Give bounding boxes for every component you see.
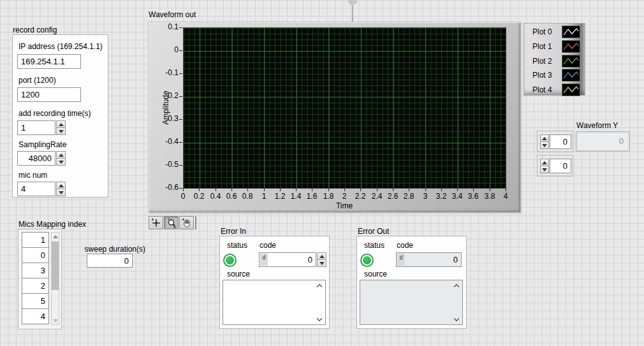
status-led-core bbox=[226, 256, 234, 264]
array-element[interactable]: 5 bbox=[22, 293, 49, 309]
increment-button[interactable] bbox=[540, 159, 549, 166]
up-arrow-icon bbox=[59, 123, 64, 126]
sampling-rate-field[interactable]: 48000 bbox=[17, 151, 55, 166]
spinner bbox=[540, 134, 549, 149]
sampling-rate-spinner bbox=[56, 151, 66, 166]
scroll-up-chevron[interactable] bbox=[316, 282, 323, 289]
x-tick-label: 3.8 bbox=[485, 192, 495, 201]
legend-item-plot-2[interactable]: Plot 2 bbox=[524, 55, 585, 68]
code-spinner bbox=[317, 252, 326, 267]
x-tick-label: 1 bbox=[262, 192, 267, 201]
legend-item-plot-4[interactable]: Plot 4 bbox=[524, 83, 585, 97]
x-tick-label: 1.8 bbox=[323, 192, 334, 201]
array-scrollbar bbox=[51, 232, 59, 325]
zoom-tool-button[interactable] bbox=[164, 216, 179, 229]
port-label: port (1200) bbox=[18, 76, 56, 85]
legend-item-plot-0[interactable]: Plot 0 bbox=[524, 25, 585, 39]
scrollbar-thumb[interactable] bbox=[52, 241, 59, 290]
down-arrow-icon bbox=[59, 161, 64, 164]
array-element[interactable]: 4 bbox=[22, 308, 49, 324]
decrement-button[interactable] bbox=[317, 260, 326, 267]
status-led bbox=[360, 254, 374, 267]
plot-legend: Plot 0 Plot 1 Plot 2 Plot 3 Plot 4 bbox=[523, 23, 585, 96]
waveform-plot-area[interactable] bbox=[183, 27, 506, 189]
plot-line-swatch[interactable] bbox=[562, 83, 580, 96]
ip-address-field[interactable]: 169.254.1.1 bbox=[17, 54, 81, 69]
x-tick-label: 3 bbox=[423, 192, 428, 201]
mic-num-label: mic num bbox=[18, 171, 47, 180]
up-arrow-icon bbox=[59, 184, 64, 187]
x-tick-label: 4 bbox=[504, 192, 508, 201]
sampling-rate-label: SamplingRate bbox=[18, 140, 66, 149]
x-tick-label: 2.2 bbox=[355, 192, 366, 201]
x-tick-label: 0.6 bbox=[226, 192, 237, 201]
x-tick-label: 1.2 bbox=[275, 192, 286, 201]
status-led-core bbox=[363, 256, 371, 264]
up-arrow-icon bbox=[53, 235, 58, 238]
scroll-down-chevron[interactable] bbox=[316, 316, 323, 322]
x-axis-title: Time bbox=[281, 201, 408, 210]
increment-button[interactable] bbox=[56, 120, 66, 128]
pane-splitter-handle[interactable] bbox=[348, 0, 357, 6]
x-tick-label: 0 bbox=[181, 192, 186, 201]
plot-line-swatch[interactable] bbox=[562, 69, 580, 82]
scroll-down-chevron[interactable] bbox=[453, 316, 460, 322]
array-element[interactable]: 0 bbox=[22, 247, 49, 263]
legend-label: Plot 3 bbox=[532, 71, 552, 80]
array-element[interactable]: 1 bbox=[22, 232, 49, 248]
radix-indicator: d bbox=[260, 254, 268, 266]
scroll-up-button[interactable] bbox=[52, 233, 59, 240]
code-label: code bbox=[260, 241, 276, 250]
status-led[interactable] bbox=[223, 254, 237, 267]
decrement-button[interactable] bbox=[56, 128, 66, 135]
x-axis-ticks bbox=[183, 189, 506, 191]
ip-address-label: IP address (169.254.1.1) bbox=[18, 42, 103, 51]
port-field[interactable]: 1200 bbox=[17, 87, 81, 102]
plot-line-swatch[interactable] bbox=[562, 55, 580, 68]
array-element[interactable]: 2 bbox=[22, 278, 49, 294]
scroll-down-button[interactable] bbox=[52, 317, 59, 324]
scroll-up-chevron[interactable] bbox=[453, 282, 460, 289]
cursor-crosshair-tool-button[interactable] bbox=[149, 216, 163, 229]
waveform-y-spinner-control-2: 0 bbox=[537, 155, 573, 177]
waveform-y-index-field[interactable]: 0 bbox=[550, 159, 571, 173]
x-tick-label: 2.8 bbox=[404, 192, 414, 201]
increment-button[interactable] bbox=[540, 134, 549, 142]
status-label: status bbox=[364, 241, 384, 250]
source-indicator bbox=[360, 280, 463, 325]
code-field[interactable]: d 0 bbox=[259, 252, 316, 267]
plot-line-swatch[interactable] bbox=[562, 25, 580, 38]
mics-mapping-array: 1 0 3 2 5 4 bbox=[18, 229, 62, 329]
sweep-duration-label: sweep duration(s) bbox=[83, 245, 145, 254]
legend-item-plot-3[interactable]: Plot 3 bbox=[524, 69, 585, 82]
cursor-crosshair-icon bbox=[151, 218, 161, 228]
y-tick-label: 0.1 bbox=[148, 22, 179, 31]
increment-button[interactable] bbox=[317, 252, 326, 260]
legend-label: Plot 1 bbox=[532, 42, 552, 51]
decrement-button[interactable] bbox=[56, 159, 66, 166]
legend-item-plot-1[interactable]: Plot 1 bbox=[524, 40, 585, 54]
sweep-duration-field[interactable]: 0 bbox=[87, 254, 133, 268]
mic-num-field[interactable]: 4 bbox=[17, 182, 55, 196]
decrement-button[interactable] bbox=[540, 166, 549, 173]
x-tick-label: 2.6 bbox=[388, 192, 399, 201]
mics-mapping-label: Mics Mapping index bbox=[18, 220, 86, 229]
x-tick-label: 1.4 bbox=[291, 192, 302, 201]
pan-hand-tool-button[interactable] bbox=[179, 216, 194, 229]
mic-num-spinner bbox=[56, 182, 66, 196]
y-axis-title: Amplitude bbox=[161, 63, 170, 152]
increment-button[interactable] bbox=[56, 182, 66, 189]
code-label: code bbox=[397, 241, 413, 250]
decrement-button[interactable] bbox=[540, 142, 549, 149]
source-textarea[interactable] bbox=[223, 280, 326, 325]
decrement-button[interactable] bbox=[56, 189, 66, 196]
array-element[interactable]: 3 bbox=[22, 263, 49, 278]
plot-line-swatch[interactable] bbox=[562, 40, 580, 53]
waveform-y-index-field[interactable]: 0 bbox=[550, 134, 571, 149]
toolbar-divider bbox=[195, 216, 196, 229]
increment-button[interactable] bbox=[56, 151, 66, 159]
status-label: status bbox=[227, 241, 247, 250]
waveform-graph-title: Waveform out bbox=[149, 10, 196, 19]
error-out-cluster: status code d 0 source bbox=[356, 236, 467, 329]
add-recording-time-field[interactable]: 1 bbox=[17, 120, 55, 135]
